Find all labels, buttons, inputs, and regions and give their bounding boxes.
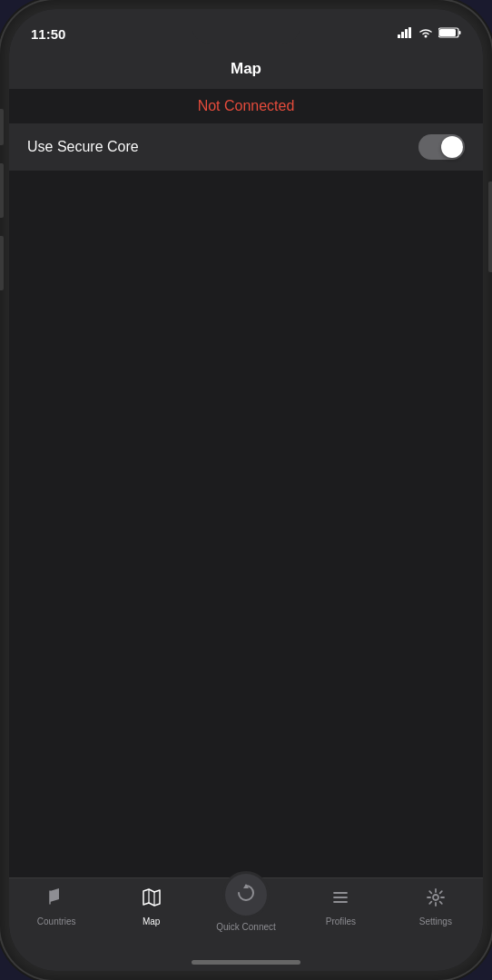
map-label: Map: [143, 916, 160, 926]
power-button[interactable]: [488, 181, 492, 272]
home-bar: [192, 960, 300, 965]
notch: [192, 18, 300, 44]
volume-up-button[interactable]: [0, 163, 4, 218]
svg-rect-3: [408, 27, 411, 38]
tab-bar: Countries Map: [9, 877, 483, 953]
connection-status-bar: Not Connected: [9, 89, 483, 123]
quick-connect-label: Quick Connect: [216, 922, 276, 932]
phone-frame: 11:50: [0, 0, 492, 980]
home-indicator: [9, 953, 483, 971]
nav-title: Map: [231, 60, 261, 78]
connection-status-text: Not Connected: [198, 98, 295, 113]
secure-core-row: Use Secure Core: [9, 123, 483, 171]
map-icon: [142, 887, 162, 913]
signal-icon: [398, 27, 413, 41]
svg-rect-6: [439, 29, 456, 36]
countries-label: Countries: [37, 916, 76, 926]
silent-switch[interactable]: [0, 109, 4, 145]
status-time: 11:50: [31, 26, 65, 42]
profiles-label: Profiles: [326, 916, 356, 926]
secure-core-label: Use Secure Core: [27, 139, 139, 155]
battery-icon: [438, 27, 461, 41]
profiles-icon: [330, 887, 350, 913]
tab-settings[interactable]: Settings: [389, 887, 483, 926]
phone-screen: 11:50: [9, 9, 483, 971]
quick-connect-circle: [222, 871, 270, 918]
svg-rect-1: [401, 32, 404, 38]
toggle-thumb: [441, 136, 463, 158]
map-view[interactable]: 🇫🇮 🇸🇪 🇳🇴 🇪🇪: [9, 172, 483, 877]
svg-point-15: [433, 895, 438, 900]
settings-icon: [426, 887, 446, 913]
settings-label: Settings: [419, 916, 452, 926]
tab-countries[interactable]: Countries: [9, 887, 103, 926]
svg-rect-2: [405, 29, 408, 38]
app-container: 11:50: [9, 9, 483, 971]
svg-rect-7: [459, 31, 461, 34]
wifi-icon: [418, 27, 433, 41]
navigation-bar: Map: [9, 49, 483, 89]
svg-rect-0: [398, 34, 400, 38]
tab-profiles[interactable]: Profiles: [293, 887, 388, 926]
svg-point-4: [425, 34, 428, 37]
status-icons: [398, 27, 461, 41]
volume-down-button[interactable]: [0, 236, 4, 290]
countries-icon: [46, 887, 66, 913]
quick-connect-icon: [236, 883, 256, 907]
tab-map[interactable]: Map: [103, 887, 198, 926]
tab-quick-connect[interactable]: Quick Connect: [199, 871, 293, 932]
secure-core-toggle[interactable]: [418, 134, 465, 160]
